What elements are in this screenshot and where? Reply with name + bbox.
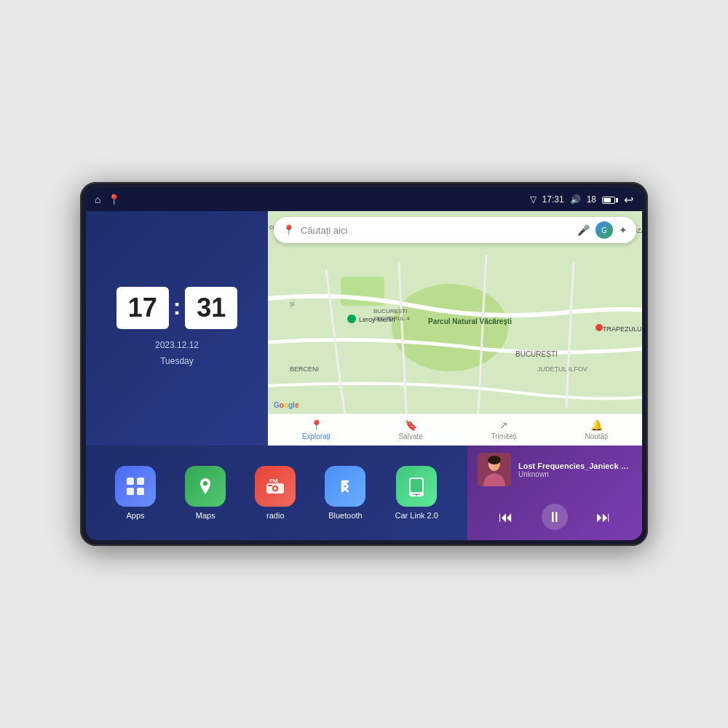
svg-text:BUCUREȘTI: BUCUREȘTI [515, 350, 558, 358]
apps-label: Apps [127, 511, 145, 520]
microphone-icon[interactable]: 🎤 [577, 224, 590, 236]
map-widget[interactable]: Parcul Natural Văcărești BUCUREȘTI JUDEȚ… [268, 211, 642, 446]
clock-widget: 17 : 31 2023.12.12 Tuesday [86, 211, 268, 446]
clock-hours: 17 [116, 287, 169, 329]
svg-point-27 [274, 487, 277, 490]
svg-text:TRAPEZULUI: TRAPEZULUI [603, 325, 642, 333]
radio-label: radio [266, 511, 284, 520]
news-icon: 🔔 [590, 419, 603, 431]
music-thumbnail [478, 453, 511, 486]
maps-icon [185, 466, 226, 507]
svg-point-12 [596, 324, 603, 331]
user-avatar[interactable]: G [596, 221, 613, 239]
svg-rect-20 [127, 478, 134, 485]
music-artist: Unknown [518, 470, 632, 478]
bluetooth-label: Bluetooth [328, 511, 362, 520]
svg-text:Parcul Natural Văcărești: Parcul Natural Văcărești [428, 317, 512, 325]
app-item-radio[interactable]: FM radio [255, 466, 296, 520]
music-text: Lost Frequencies_Janieck Devy-... Unknow… [518, 462, 632, 478]
map-background: Parcul Natural Văcărești BUCUREȘTI JUDEȚ… [268, 211, 642, 446]
saved-label: Salvate [398, 432, 422, 440]
carlink-label: Car Link 2.0 [395, 511, 438, 520]
status-bar: ⌂ 📍 ▽ 17:31 🔊 18 ↩ [86, 188, 642, 211]
svg-text:FM: FM [269, 478, 278, 484]
news-label: Noutăți [585, 432, 608, 440]
radio-icon: FM [255, 466, 296, 507]
svg-point-33 [416, 494, 417, 496]
google-logo: Google [274, 401, 298, 409]
car-display-device: ⌂ 📍 ▽ 17:31 🔊 18 ↩ [80, 182, 648, 546]
apps-icon [115, 466, 156, 507]
svg-rect-22 [127, 488, 134, 495]
map-nav-explore[interactable]: 📍 Explorați [302, 419, 331, 440]
svg-rect-28 [268, 485, 272, 486]
next-button[interactable]: ⏭ [596, 509, 611, 526]
music-player: Lost Frequencies_Janieck Devy-... Unknow… [467, 446, 642, 540]
app-item-bluetooth[interactable]: Bluetooth [325, 466, 365, 520]
prev-button[interactable]: ⏮ [499, 509, 513, 526]
maps-label: Maps [196, 511, 215, 520]
play-pause-button[interactable]: ⏸ [542, 504, 568, 530]
music-info: Lost Frequencies_Janieck Devy-... Unknow… [478, 453, 632, 486]
svg-text:Leroy Merlin: Leroy Merlin [359, 316, 395, 323]
bottom-section: Apps Maps [86, 446, 642, 540]
maps-pin-icon[interactable]: 📍 [108, 194, 120, 205]
music-controls: ⏮ ⏸ ⏭ [478, 501, 632, 533]
explore-label: Explorați [302, 432, 331, 440]
app-item-carlink[interactable]: Car Link 2.0 [395, 466, 438, 520]
back-icon[interactable]: ↩ [624, 193, 633, 207]
home-icon[interactable]: ⌂ [95, 194, 100, 205]
top-section: 17 : 31 2023.12.12 Tuesday [86, 211, 642, 446]
more-icon[interactable]: ✦ [619, 224, 628, 236]
bluetooth-icon-wrapper [325, 466, 365, 507]
screen: ⌂ 📍 ▽ 17:31 🔊 18 ↩ [86, 188, 642, 540]
svg-rect-21 [137, 478, 144, 485]
clock-date: 2023.12.12 Tuesday [155, 338, 199, 369]
volume-level: 18 [587, 194, 596, 205]
carlink-icon [396, 466, 437, 507]
battery-icon [602, 194, 618, 205]
map-bottom-nav: 📍 Explorați 🔖 Salvate ↗ Trimiteți 🔔 [268, 414, 642, 446]
map-nav-news[interactable]: 🔔 Noutăți [585, 419, 608, 440]
maps-logo-icon: 📍 [282, 224, 295, 236]
send-icon: ↗ [499, 419, 508, 431]
svg-rect-23 [137, 488, 144, 495]
main-area: 17 : 31 2023.12.12 Tuesday [86, 211, 642, 540]
app-item-apps[interactable]: Apps [115, 466, 156, 520]
volume-icon: 🔊 [570, 194, 581, 205]
time-display: 17:31 [542, 194, 564, 205]
svg-point-36 [488, 456, 501, 464]
svg-text:și: și [290, 300, 295, 307]
map-search-bar[interactable]: 📍 Căutați aici 🎤 G ✦ [274, 217, 636, 243]
app-icons-area: Apps Maps [86, 446, 467, 540]
search-placeholder[interactable]: Căutați aici [301, 225, 571, 236]
status-left-icons: ⌂ 📍 [95, 194, 120, 205]
svg-point-10 [347, 314, 356, 323]
status-right-info: ▽ 17:31 🔊 18 ↩ [530, 193, 633, 207]
explore-icon: 📍 [310, 419, 323, 431]
saved-icon: 🔖 [405, 419, 417, 431]
clock-minutes: 31 [185, 287, 237, 329]
map-nav-send[interactable]: ↗ Trimiteți [491, 419, 517, 440]
signal-icon: ▽ [530, 194, 537, 205]
svg-text:BERCENI: BERCENI [290, 365, 319, 373]
app-item-maps[interactable]: Maps [185, 466, 226, 520]
send-label: Trimiteți [491, 432, 517, 440]
svg-point-1 [392, 284, 508, 371]
clock-display: 17 : 31 [116, 287, 238, 329]
album-art [478, 453, 511, 486]
search-actions: 🎤 G ✦ [577, 221, 628, 239]
clock-colon: : [173, 293, 181, 320]
music-title: Lost Frequencies_Janieck Devy-... [518, 462, 632, 470]
svg-text:JUDEȚUL ILFOV: JUDEȚUL ILFOV [537, 365, 587, 373]
map-nav-saved[interactable]: 🔖 Salvate [398, 419, 422, 440]
svg-text:BUCUREȘTI: BUCUREȘTI [373, 308, 407, 314]
svg-rect-31 [411, 479, 422, 492]
svg-point-24 [203, 481, 207, 486]
